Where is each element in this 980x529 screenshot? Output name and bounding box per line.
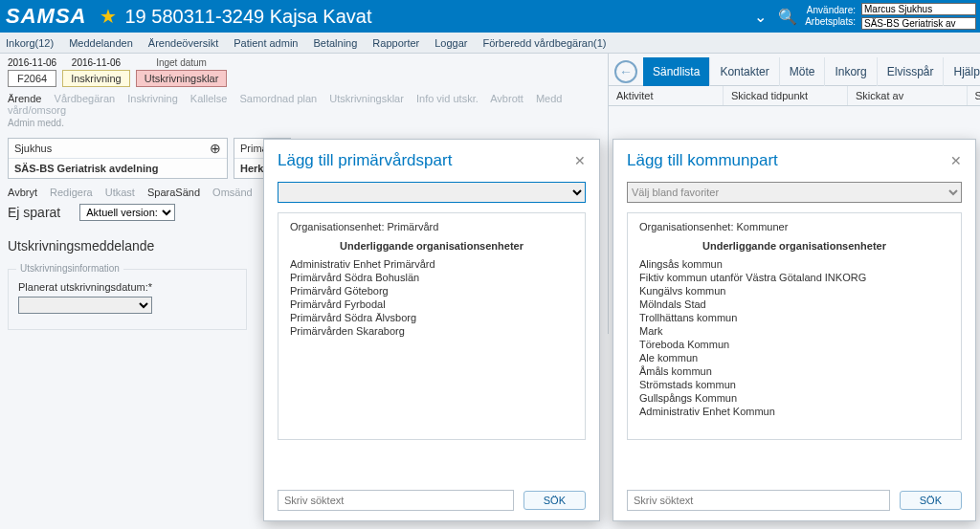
list-item[interactable]: Administrativ Enhet Kommun <box>639 405 949 418</box>
list-item[interactable]: Ale kommun <box>639 351 949 364</box>
col-skickad-tidpunkt[interactable]: Skickad tidpunkt <box>724 86 848 105</box>
org-subhead: Underliggande organisationsenheter <box>639 240 949 252</box>
process-tab[interactable]: Samordnad plan <box>239 93 317 104</box>
process-tab[interactable]: Info vid utskr. <box>416 93 479 104</box>
timeline-date: 2016-11-06 <box>8 57 56 68</box>
primary-org-list[interactable]: Organisationsenhet: Primärvård Underligg… <box>278 212 586 440</box>
col-aktivitet[interactable]: Aktivitet <box>609 86 724 105</box>
main-nav: Inkorg(12) Meddelanden Ärendeöversikt Pa… <box>0 33 980 54</box>
right-tab-mote[interactable]: Möte <box>780 57 826 86</box>
list-item[interactable]: Primärvård Södra Bohuslän <box>290 271 573 284</box>
list-item[interactable]: Administrativ Enhet Primärvård <box>290 257 573 271</box>
kommun-favorites-select[interactable]: Välj bland favoriter <box>627 182 962 203</box>
save-status: Ej sparat <box>8 205 60 220</box>
kommun-search-input[interactable] <box>627 490 890 511</box>
col-skickat-av[interactable]: Skickat av <box>848 86 968 105</box>
top-bar: SAMSA ★ 19 580311-3249 Kajsa Kavat ⌄ 🔍 A… <box>0 0 980 33</box>
party-label: Sjukhus <box>14 143 52 154</box>
version-select[interactable]: Aktuell version: 0 <box>79 204 175 221</box>
app-logo: SAMSA <box>6 4 86 29</box>
right-tab-inkorg[interactable]: Inkorg <box>825 57 877 86</box>
nav-item[interactable]: Förberedd vårdbegäran(1) <box>483 37 607 49</box>
primary-search-input[interactable] <box>278 490 514 511</box>
timeline: 2016-11-06 F2064 2016-11-06 Inskrivning … <box>8 57 600 87</box>
list-item[interactable]: Strömstads kommun <box>639 378 949 391</box>
list-item[interactable]: Fiktiv kommun utanför Västra Götaland IN… <box>639 271 949 284</box>
nav-item[interactable]: Meddelanden <box>69 37 133 49</box>
modal-add-kommunpart: Lägg till kommunpart ✕ Välj bland favori… <box>612 139 976 521</box>
right-tab-hjalp[interactable]: Hjälp <box>944 57 980 86</box>
timeline-box-case[interactable]: F2064 <box>8 70 56 87</box>
list-item[interactable]: Kungälvs kommun <box>639 284 949 298</box>
planned-date-label: Planerat utskrivningsdatum:* <box>18 281 236 293</box>
kommun-org-list[interactable]: Organisationsenhet: Kommuner Underliggan… <box>627 212 962 440</box>
nav-item[interactable]: Loggar <box>434 37 467 49</box>
nav-item[interactable]: Rapporter <box>372 37 419 49</box>
list-item[interactable]: Töreboda Kommun <box>639 338 949 351</box>
fieldset-legend: Utskrivningsinformation <box>16 263 123 274</box>
right-tab-elvisspar[interactable]: Elvisspår <box>878 57 945 86</box>
action-utkast: Utkast <box>105 187 135 198</box>
primary-favorites-select[interactable] <box>278 182 586 203</box>
list-item[interactable]: Åmåls kommun <box>639 364 949 378</box>
right-tab-sandlista[interactable]: Sändlista <box>643 57 710 86</box>
list-item[interactable]: Primärvård Fyrbodal <box>290 298 573 311</box>
nav-item[interactable]: Inkorg(12) <box>6 37 54 49</box>
right-nav: ← Sändlista Kontakter Möte Inkorg Elviss… <box>609 57 980 86</box>
list-item[interactable]: Mölndals Stad <box>639 298 949 311</box>
nav-item[interactable]: Patient admin <box>234 37 298 49</box>
list-item[interactable]: Primärvård Göteborg <box>290 284 573 298</box>
modal-add-primarvardspart: Lägg till primärvårdspart ✕ Organisation… <box>263 139 600 521</box>
timeline-date: 2016-11-06 <box>62 57 130 68</box>
org-subhead: Underliggande organisationsenheter <box>290 240 573 252</box>
party-value: SÄS-BS Geriatrisk avdelning <box>9 159 227 178</box>
org-unit-label: Organisationsenhet: Kommuner <box>639 221 949 232</box>
process-tab[interactable]: Vårdbegäran <box>55 93 116 104</box>
nav-item[interactable]: Ärendeöversikt <box>148 37 218 49</box>
process-tab[interactable]: Ärende <box>8 93 41 104</box>
star-icon[interactable]: ★ <box>100 5 117 28</box>
back-icon[interactable]: ← <box>614 60 637 83</box>
list-item[interactable]: Mark <box>639 324 949 338</box>
list-item[interactable]: Primärvården Skaraborg <box>290 324 573 338</box>
timeline-box-utskrivningsklar[interactable]: Utskrivningsklar <box>136 70 228 87</box>
kommun-search-button[interactable]: SÖK <box>900 491 962 510</box>
org-unit-label: Organisationsenhet: Primärvård <box>290 221 573 232</box>
planned-date-input[interactable] <box>18 297 152 314</box>
process-tab[interactable]: Avbrott <box>490 93 523 104</box>
utskrivningsinfo-fieldset: Utskrivningsinformation Planerat utskriv… <box>8 269 247 330</box>
search-icon[interactable]: 🔍 <box>778 8 797 26</box>
nav-item[interactable]: Betalning <box>313 37 357 49</box>
close-icon[interactable]: ✕ <box>574 153 586 168</box>
process-tab[interactable]: Utskrivningsklar <box>329 93 404 104</box>
party-card-sjukhus: Sjukhus ⊕ SÄS-BS Geriatrisk avdelning <box>8 138 228 179</box>
col-s[interactable]: S <box>968 86 981 105</box>
right-table-head: Aktivitet Skickad tidpunkt Skickat av S <box>609 86 980 106</box>
timeline-date: Inget datum <box>136 57 228 68</box>
user-field[interactable] <box>861 3 976 15</box>
action-omsand: Omsänd <box>212 187 253 198</box>
list-item[interactable]: Trollhättans kommun <box>639 311 949 324</box>
action-sparasand[interactable]: SparaSänd <box>147 187 200 198</box>
action-redigera: Redigera <box>50 187 93 198</box>
modal-title: Lägg till primärvårdspart <box>278 151 452 170</box>
right-tab-kontakter[interactable]: Kontakter <box>710 57 779 86</box>
admin-medd-label: Admin medd. <box>8 118 600 128</box>
list-item[interactable]: Gullspångs Kommun <box>639 391 949 405</box>
process-tabs: Ärende Vårdbegäran Inskrivning Kallelse … <box>8 93 600 116</box>
action-avbryt[interactable]: Avbryt <box>8 187 37 198</box>
primary-search-button[interactable]: SÖK <box>523 491 586 510</box>
user-labels: Användare: Arbetsplats: <box>805 5 856 28</box>
timeline-box-inskrivning[interactable]: Inskrivning <box>62 70 130 87</box>
process-tab[interactable]: Inskrivning <box>127 93 178 104</box>
modal-title: Lägg till kommunpart <box>627 151 778 170</box>
list-item[interactable]: Alingsås kommun <box>639 257 949 271</box>
process-tab[interactable]: Kallelse <box>190 93 228 104</box>
list-item[interactable]: Primärvård Södra Älvsborg <box>290 311 573 324</box>
close-icon[interactable]: ✕ <box>950 153 962 168</box>
patient-id: 19 580311-3249 Kajsa Kavat <box>124 6 371 28</box>
workplace-field[interactable] <box>861 17 976 30</box>
plus-icon[interactable]: ⊕ <box>210 143 221 154</box>
chevron-down-icon[interactable]: ⌄ <box>754 8 767 26</box>
